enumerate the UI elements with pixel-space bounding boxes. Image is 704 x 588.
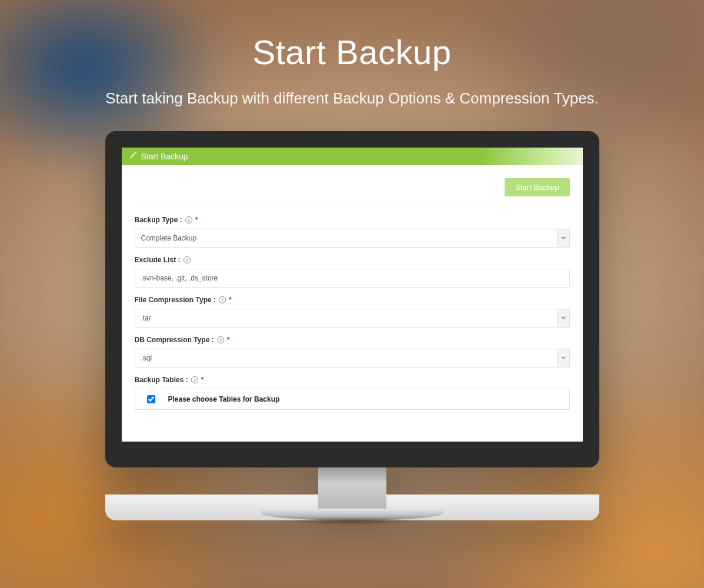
help-icon[interactable]: ? [183,256,191,263]
page-title: Start Backup [0,32,704,72]
page-subtitle: Start taking Backup with different Backu… [0,89,704,108]
required-marker: * [201,376,204,384]
backup-type-select[interactable] [135,229,570,248]
help-icon[interactable]: ? [217,336,224,343]
exclude-list-input[interactable] [135,269,570,288]
edit-icon [130,152,138,161]
file-compression-select[interactable] [135,309,570,328]
backup-type-label: Backup Type : [135,216,182,224]
tables-header-text: Please choose Tables for Backup [168,395,280,403]
monitor-frame: Start Backup Start Backup Backup Type : … [105,131,599,520]
file-compression-label: File Compression Type : [135,296,216,304]
required-marker: * [195,216,198,224]
screen: Start Backup Start Backup Backup Type : … [122,148,583,442]
backup-tables-label: Backup Tables : [135,376,188,384]
panel-title: Start Backup [141,152,188,161]
db-compression-select[interactable] [135,349,570,368]
exclude-list-label: Exclude List : [135,256,181,264]
panel-header: Start Backup [122,148,583,165]
help-icon[interactable]: ? [185,216,192,223]
start-backup-button[interactable]: Start Backup [505,178,569,196]
help-icon[interactable]: ? [219,296,226,303]
select-all-tables-checkbox[interactable] [147,395,155,403]
required-marker: * [229,296,232,304]
help-icon[interactable]: ? [191,376,198,383]
tables-box: Please choose Tables for Backup [135,389,570,410]
required-marker: * [227,336,230,344]
db-compression-label: DB Compression Type : [135,336,214,344]
